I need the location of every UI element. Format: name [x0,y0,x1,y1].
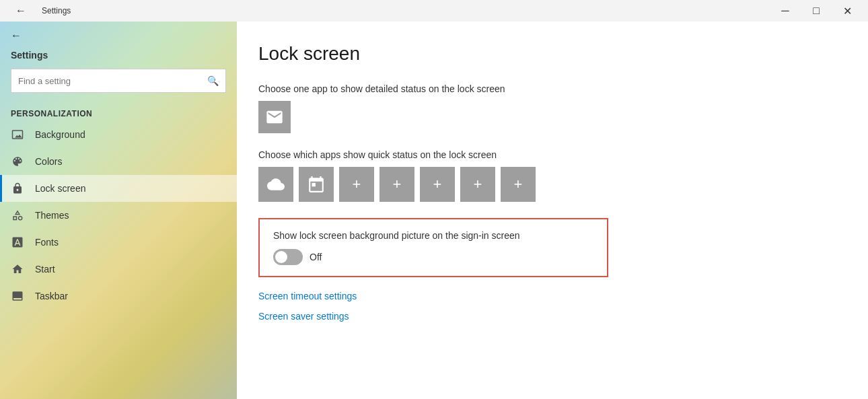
plus-icon-4: + [474,177,482,192]
colors-icon [11,155,24,168]
content-area: Lock screen Choose one app to show detai… [237,22,868,399]
quick-app-weather[interactable] [258,167,293,202]
quick-app-add-1[interactable]: + [339,167,374,202]
sidebar-item-themes[interactable]: Themes [0,202,237,229]
sidebar-item-taskbar[interactable]: Taskbar [0,283,237,310]
nav-items-container: Background Colors Lock screen Themes Fon… [0,121,237,310]
quick-app-add-5[interactable]: + [501,167,536,202]
background-icon [11,128,24,141]
screen-timeout-link[interactable]: Screen timeout settings [258,291,836,301]
sidebar-item-background[interactable]: Background [0,121,237,148]
close-button[interactable]: ✕ [832,0,863,22]
themes-icon [11,209,24,222]
sidebar-item-colors[interactable]: Colors [0,148,237,175]
quick-status-row: + + + + + [258,167,836,202]
sidebar-item-label: Fonts [35,237,59,248]
plus-icon-3: + [433,177,442,192]
sidebar-section-label: Personalization [0,104,237,121]
toggle-section: Show lock screen background picture on t… [258,218,608,277]
sidebar-item-lock-screen[interactable]: Lock screen [0,175,237,202]
titlebar-left: ← Settings [5,0,71,22]
toggle-row: Off [273,249,593,265]
screen-saver-link[interactable]: Screen saver settings [258,311,836,322]
maximize-button[interactable]: □ [801,0,832,22]
lock-screen-icon [11,182,24,195]
app-title: Settings [42,6,71,15]
taskbar-icon [11,289,24,303]
start-icon [11,262,24,276]
sidebar-item-label: Start [35,264,55,275]
sidebar-back-button[interactable]: ← [0,22,237,50]
minimize-button[interactable]: ─ [770,0,801,22]
sidebar-app-title: Settings [0,50,237,63]
calendar-icon [308,176,325,193]
search-input[interactable] [18,76,207,86]
sidebar-item-label: Background [35,129,85,140]
toggle-state-label: Off [310,252,322,262]
plus-icon-1: + [353,177,361,192]
sidebar: ← Settings 🔍 Personalization Background … [0,22,237,399]
quick-app-add-3[interactable]: + [420,167,455,202]
plus-icon-5: + [514,177,523,192]
search-icon: 🔍 [207,75,219,86]
quick-app-calendar[interactable] [299,167,334,202]
detailed-status-app-button[interactable] [258,101,291,133]
toggle-label: Show lock screen background picture on t… [273,230,593,241]
titlebar: ← Settings ─ □ ✕ [0,0,868,22]
back-button[interactable]: ← [5,0,36,22]
sidebar-item-label: Colors [35,156,62,167]
signin-bg-toggle[interactable] [273,249,303,265]
quick-app-add-4[interactable]: + [460,167,495,202]
window-controls: ─ □ ✕ [770,0,863,22]
arrow-left-icon: ← [11,30,22,42]
sidebar-item-label: Lock screen [35,183,85,194]
cloud-icon [267,176,285,193]
plus-icon-2: + [393,177,402,192]
sidebar-item-label: Taskbar [35,291,68,301]
sidebar-item-fonts[interactable]: Fonts [0,229,237,256]
mail-icon [265,108,284,126]
page-title: Lock screen [258,43,836,65]
quick-app-add-2[interactable]: + [379,167,414,202]
toggle-knob [275,251,287,263]
quick-status-desc: Choose which apps show quick status on t… [258,149,836,160]
fonts-icon [11,235,24,249]
detailed-status-desc: Choose one app to show detailed status o… [258,83,836,94]
search-box[interactable]: 🔍 [11,69,226,93]
app-body: ← Settings 🔍 Personalization Background … [0,22,868,399]
sidebar-item-label: Themes [35,210,69,221]
sidebar-item-start[interactable]: Start [0,256,237,283]
